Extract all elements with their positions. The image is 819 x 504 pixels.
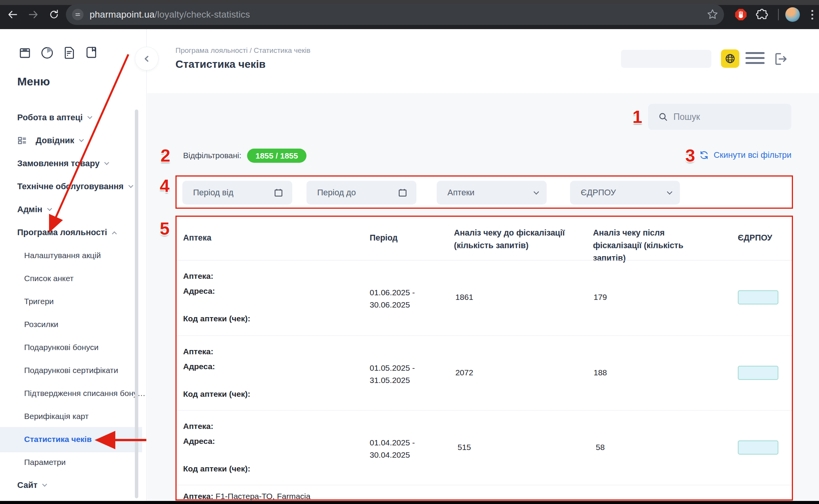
chevron-down-icon [104,160,109,165]
row-separator [177,410,792,411]
row-label-address: Адреса: [183,437,215,446]
document-icon[interactable] [60,44,79,62]
reload-icon[interactable] [47,7,61,22]
chevron-up-icon [112,231,117,236]
row-label-code: Код аптеки (чек): [183,464,250,473]
book-icon[interactable] [82,44,101,62]
edrpou-redacted-value [738,290,778,304]
annotation-number-1: 1 [632,106,642,127]
table-header-border [177,260,792,260]
filter-edrpou[interactable]: ЄДРПОУ [570,181,680,205]
url-text[interactable]: pharmapoint.ua/loyalty/check-statistics [90,9,250,20]
col-before-fiscalization: Аналіз чеку до фіскалізації (кількість з… [454,227,573,252]
breadcrumb[interactable]: Програма лояльності / Статистика чеків [175,46,310,55]
box-icon[interactable] [16,44,34,62]
sidebar-section-directory[interactable]: Довідник [17,135,83,146]
sidebar-menu-title: Меню [17,75,50,88]
period-cell: 01.06.2025 -30.06.2025 [370,286,415,311]
forward-icon[interactable] [26,7,41,22]
col-after-fiscalization: Аналіз чеку після фіскалізації (кількіст… [593,227,712,265]
pharmacy-name: F1-Пастера-ТО, Farmacia [213,492,310,501]
row-label-pharmacy: Аптека: [183,492,213,501]
logout-icon[interactable] [771,51,788,67]
sidebar-section-maintenance[interactable]: Технічне обслуговування [17,181,133,192]
site-info-icon[interactable] [72,9,84,20]
row-separator [177,335,792,336]
after-count: 188 [587,368,614,377]
sidebar-item-check-statistics[interactable]: Статистика чеків [24,434,92,445]
col-edrpou: ЄДРПОУ [738,233,772,243]
hamburger-icon[interactable] [745,52,765,64]
calendar-icon [273,187,284,198]
search-box[interactable] [648,104,791,130]
after-count: 179 [587,293,614,302]
reset-filters-link[interactable]: Скинути всі фільтри [699,150,791,160]
filter-pharmacies[interactable]: Аптеки [437,181,547,205]
sidebar: Меню Робота в аптеці Довідник Замовлення… [0,29,147,504]
pie-chart-icon[interactable] [38,44,56,62]
sidebar-item-questionnaires[interactable]: Список анкет [24,273,74,284]
row-label-pharmacy: Аптека: [183,272,213,281]
filter-period-to[interactable]: Період до [306,181,416,205]
chevron-down-icon [128,183,133,188]
filter-period-from[interactable]: Період від [182,181,292,205]
chevron-down-icon [79,137,84,142]
search-input[interactable] [673,112,781,122]
sidebar-item-card-verification[interactable]: Верифікація карт [24,411,88,422]
chevron-down-icon [667,189,672,194]
sidebar-collapse-button[interactable] [135,47,159,70]
sidebar-section-goods-order[interactable]: Замовлення товару [17,158,108,169]
back-icon[interactable] [5,7,20,22]
chevron-down-icon [534,189,539,194]
sidebar-item-gift-bonuses[interactable]: Подарункові бонуси [24,342,98,353]
sidebar-item-triggers[interactable]: Тригери [24,296,54,307]
table-row-partial: Аптека: F1-Пастера-ТО, Farmacia [183,492,310,501]
bookmark-star-icon[interactable] [706,8,719,22]
after-count: 58 [587,443,614,452]
period-cell: 01.04.2025 -30.04.2025 [370,437,415,461]
annotation-number-3: 3 [685,145,695,166]
chevron-down-icon [47,206,52,211]
toolbar-divider [778,9,779,20]
sidebar-item-promo-settings[interactable]: Налаштування акцій [24,250,101,261]
page: pharmapoint.ua/loyalty/check-statistics [0,0,819,504]
calendar-icon [397,187,408,198]
avatar[interactable] [785,7,800,22]
sidebar-item-bonus-writeoff-confirm[interactable]: Підтвердження списання бону… [24,388,146,399]
annotation-number-5: 5 [160,218,170,239]
filtered-count-badge: 1855 / 1855 [247,149,306,163]
row-label-address: Адреса: [183,362,215,371]
chevron-down-icon [87,114,92,119]
sidebar-item-mailings[interactable]: Розсилки [24,319,58,330]
refresh-icon [699,150,709,160]
row-label-code: Код аптеки (чек): [183,389,250,399]
main-content: Програма лояльності / Статистика чеків С… [147,29,819,504]
annotation-number-2: 2 [161,145,170,166]
header-skeleton-placeholder [621,50,711,68]
sidebar-scrollbar[interactable] [135,110,138,498]
url-domain: pharmapoint.ua [90,9,155,20]
sidebar-section-loyalty[interactable]: Програма лояльності [17,227,116,238]
annotation-number-4: 4 [160,175,170,196]
row-label-address: Адреса: [183,286,215,296]
sidebar-section-site[interactable]: Сайт [17,479,46,491]
before-count: 515 [451,443,478,452]
browser-toolbar: pharmapoint.ua/loyalty/check-statistics [0,0,819,29]
search-icon [658,112,668,122]
language-globe-button[interactable] [721,49,739,68]
sidebar-section-admin[interactable]: Адмін [17,204,51,215]
adblock-icon[interactable] [734,8,747,23]
row-label-code: Код аптеки (чек): [183,314,250,323]
sidebar-item-gift-certificates[interactable]: Подарункові сертифікати [24,365,118,376]
edrpou-redacted-value [738,440,778,455]
sidebar-section-pharmacy-work[interactable]: Робота в аптеці [17,112,92,123]
browser-menu-dots-icon[interactable] [811,10,814,20]
url-path: /loyalty/check-statistics [155,9,250,20]
chevron-down-icon [42,482,47,487]
page-title: Статистика чеків [175,58,265,70]
extensions-puzzle-icon[interactable] [755,8,768,23]
row-label-pharmacy: Аптека: [183,347,213,356]
list-icon [17,136,27,146]
url-bar[interactable]: pharmapoint.ua/loyalty/check-statistics [66,4,724,25]
sidebar-item-parameters[interactable]: Параметри [24,457,66,468]
